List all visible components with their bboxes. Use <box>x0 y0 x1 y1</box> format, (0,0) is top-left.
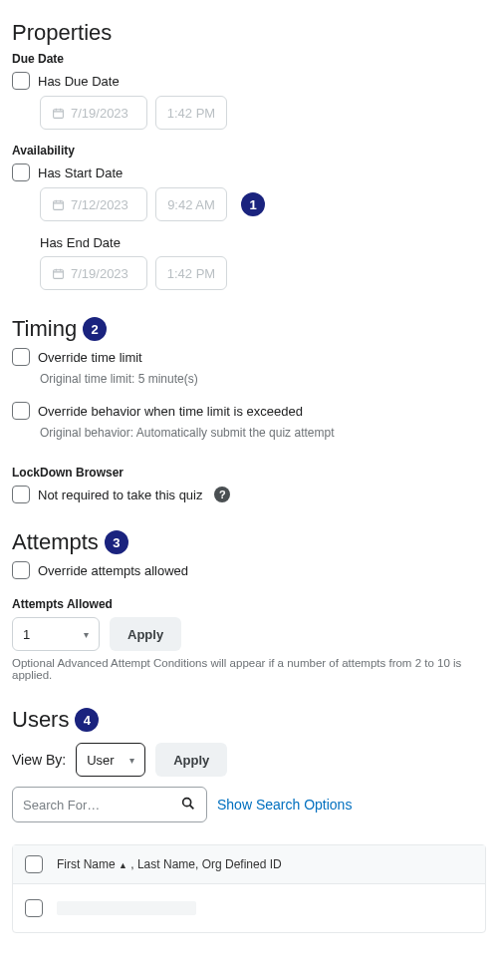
attempts-allowed-select[interactable]: 1 ▾ <box>12 617 100 651</box>
override-attempts-label: Override attempts allowed <box>38 563 188 578</box>
svg-rect-2 <box>53 269 63 278</box>
has-due-date-checkbox[interactable] <box>12 72 30 90</box>
annotation-badge-4: 4 <box>75 708 99 732</box>
override-attempts-checkbox[interactable] <box>12 561 30 579</box>
table-header-text[interactable]: First Name ▲ , Last Name, Org Defined ID <box>57 857 282 871</box>
lockdown-heading: LockDown Browser <box>12 466 486 480</box>
annotation-badge-1: 1 <box>241 192 265 216</box>
search-placeholder: Search For… <box>23 798 100 813</box>
users-table: First Name ▲ , Last Name, Org Defined ID <box>12 844 486 933</box>
calendar-icon <box>51 266 65 280</box>
due-date-input[interactable]: 7/19/2023 <box>40 96 147 130</box>
viewby-label: View By: <box>12 752 66 768</box>
attempts-allowed-label: Attempts Allowed <box>12 597 486 611</box>
annotation-badge-2: 2 <box>83 317 107 341</box>
override-time-checkbox[interactable] <box>12 348 30 366</box>
users-heading: Users <box>12 707 69 733</box>
svg-point-3 <box>183 798 191 806</box>
search-input[interactable]: Search For… <box>12 787 207 822</box>
svg-rect-1 <box>53 200 63 209</box>
lockdown-label: Not required to take this quiz <box>38 488 202 502</box>
viewby-apply-button[interactable]: Apply <box>155 743 227 777</box>
table-header-row: First Name ▲ , Last Name, Org Defined ID <box>13 845 485 884</box>
end-date-input[interactable]: 7/19/2023 <box>40 256 147 290</box>
svg-rect-0 <box>53 109 63 118</box>
override-behavior-checkbox[interactable] <box>12 402 30 420</box>
start-date-input[interactable]: 7/12/2023 <box>40 187 147 221</box>
sort-asc-icon: ▲ <box>119 860 127 870</box>
start-date-value: 7/12/2023 <box>71 197 128 212</box>
viewby-value: User <box>87 753 114 768</box>
calendar-icon <box>51 197 65 211</box>
calendar-icon <box>51 106 65 120</box>
attempts-apply-button[interactable]: Apply <box>110 617 181 651</box>
original-time-hint: Original time limit: 5 minute(s) <box>40 372 486 386</box>
end-time-input[interactable]: 1:42 PM <box>155 256 227 290</box>
show-search-options-link[interactable]: Show Search Options <box>217 797 352 813</box>
row-checkbox[interactable] <box>25 899 43 917</box>
end-date-value: 7/19/2023 <box>71 266 128 281</box>
start-time-input[interactable]: 9:42 AM <box>155 187 227 221</box>
chevron-down-icon: ▾ <box>129 755 134 766</box>
chevron-down-icon: ▾ <box>84 629 89 640</box>
due-time-input[interactable]: 1:42 PM <box>155 96 227 130</box>
override-time-label: Override time limit <box>38 350 142 365</box>
override-behavior-label: Override behavior when time limit is exc… <box>38 404 303 419</box>
help-icon[interactable]: ? <box>214 487 230 502</box>
has-due-date-label: Has Due Date <box>38 74 120 89</box>
row-content <box>57 901 196 915</box>
due-date-label: Due Date <box>12 52 486 66</box>
start-time-value: 9:42 AM <box>167 197 215 212</box>
original-behavior-hint: Original behavior: Automatically submit … <box>40 426 486 440</box>
timing-heading: Timing <box>12 316 77 342</box>
attempts-note: Optional Advanced Attempt Conditions wil… <box>12 657 486 681</box>
attempts-allowed-value: 1 <box>23 627 30 642</box>
has-start-date-label: Has Start Date <box>38 165 123 180</box>
properties-heading: Properties <box>12 20 486 46</box>
has-end-date-label: Has End Date <box>40 235 121 250</box>
availability-label: Availability <box>12 144 486 158</box>
due-time-value: 1:42 PM <box>167 106 215 121</box>
attempts-heading: Attempts <box>12 529 99 555</box>
has-start-date-checkbox[interactable] <box>12 163 30 181</box>
viewby-select[interactable]: User ▾ <box>76 743 145 777</box>
end-time-value: 1:42 PM <box>167 266 215 281</box>
select-all-checkbox[interactable] <box>25 855 43 873</box>
due-date-value: 7/19/2023 <box>71 106 128 121</box>
annotation-badge-3: 3 <box>105 530 128 554</box>
table-row <box>13 884 485 932</box>
lockdown-checkbox[interactable] <box>12 486 30 503</box>
search-icon[interactable] <box>180 796 196 815</box>
